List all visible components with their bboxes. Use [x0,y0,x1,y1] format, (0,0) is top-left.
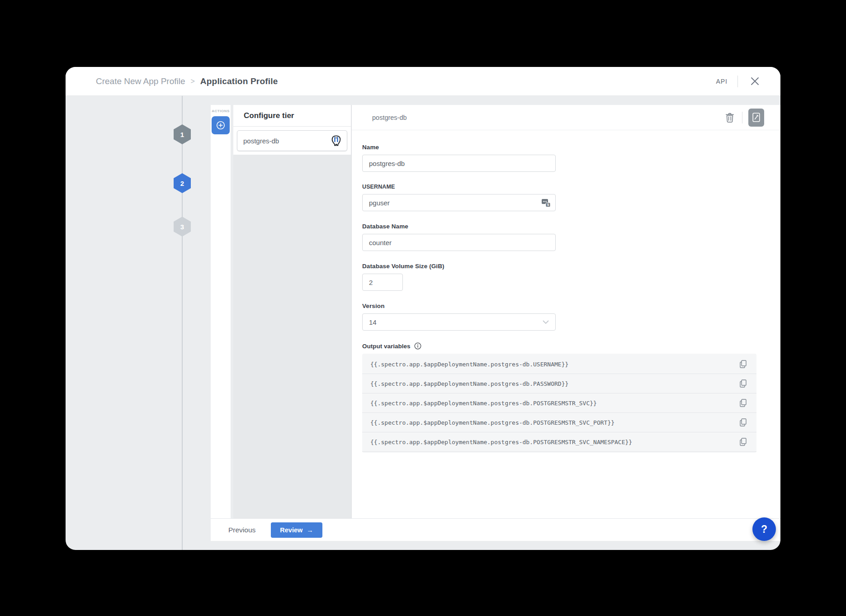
tier-detail-header: postgres-db [352,105,780,130]
add-tier-button[interactable] [212,116,230,134]
variable-text: {{.spectro.app.$appDeploymentName.postgr… [370,400,597,407]
previous-button[interactable]: Previous [228,526,255,534]
open-editor-button[interactable] [748,109,764,127]
volume-size-label: Database Volume Size (GiB) [362,263,780,270]
tier-list-header: Configure tier [233,105,351,127]
insert-macro-icon[interactable]: $ [541,198,551,208]
username-label: USERNAME [362,184,780,190]
output-variables-label: Output variables [362,343,411,350]
output-variables-list: {{.spectro.app.$appDeploymentName.postgr… [362,354,756,453]
copy-icon[interactable] [740,418,747,426]
variable-text: {{.spectro.app.$appDeploymentName.postgr… [370,380,568,387]
header-actions: API [716,75,761,88]
name-input[interactable] [362,155,556,172]
delete-tier-button[interactable] [723,111,736,124]
output-variables-header: Output variables [362,342,780,350]
copy-icon[interactable] [740,379,747,388]
circled-plus-icon [215,120,226,131]
output-variable-row: {{.spectro.app.$appDeploymentName.postgr… [362,374,756,393]
tier-detail-panel: postgres-db [352,105,780,518]
info-icon[interactable] [414,342,421,350]
app-profile-wizard-window: Create New App Profile > Application Pro… [66,67,780,550]
tier-list-panel: Configure tier postgres-db [233,105,351,518]
breadcrumb-parent[interactable]: Create New App Profile [96,76,185,86]
output-variable-row: {{.spectro.app.$appDeploymentName.postgr… [362,432,756,452]
database-name-label: Database Name [362,223,780,230]
breadcrumb-current: Application Profile [200,76,278,86]
version-value: 14 [369,318,377,326]
tier-form: Name USERNAME $ [352,130,780,518]
step-connector-line [182,96,183,550]
tier-card-strip: postgres-db [233,127,351,155]
tier-detail-title: postgres-db [372,114,407,121]
help-button[interactable]: ? [752,517,776,541]
database-name-input[interactable] [362,234,556,251]
trash-icon [725,113,734,123]
step-number-badge[interactable]: 3 [174,217,191,237]
version-select[interactable]: 14 [362,313,556,331]
breadcrumb-separator-icon: > [191,77,195,85]
copy-icon[interactable] [740,360,747,368]
arrow-right-icon: → [307,526,313,534]
output-variable-row: {{.spectro.app.$appDeploymentName.postgr… [362,355,756,374]
variable-text: {{.spectro.app.$appDeploymentName.postgr… [370,361,568,368]
name-field-group: Name [362,144,780,172]
edit-document-icon [752,113,760,122]
main-content: ACTIONS Configure tier postgres-db [211,105,780,541]
actions-column: ACTIONS [211,105,231,518]
version-label: Version [362,303,780,309]
name-label: Name [362,144,780,151]
review-button-label: Review [280,526,302,534]
chevron-down-icon [543,320,549,324]
step-number-badge[interactable]: 2 [174,173,191,193]
close-icon[interactable] [748,75,761,88]
output-variable-row: {{.spectro.app.$appDeploymentName.postgr… [362,393,756,413]
api-button[interactable]: API [716,78,728,85]
header-divider [737,76,738,87]
username-input[interactable] [362,194,556,211]
copy-icon[interactable] [740,399,747,407]
volume-size-input[interactable] [362,274,403,291]
wizard-sidebar: Basic Information profile-thorium 1 Prof… [66,96,211,550]
review-button[interactable]: Review → [271,522,322,538]
actions-label: ACTIONS [211,109,231,113]
icon-divider [742,112,742,123]
tier-list-body [233,155,351,518]
postgresql-logo-icon [330,135,342,147]
variable-text: {{.spectro.app.$appDeploymentName.postgr… [370,419,614,426]
step-number-badge[interactable]: 1 [174,124,191,144]
copy-icon[interactable] [740,438,747,446]
variable-text: {{.spectro.app.$appDeploymentName.postgr… [370,439,632,445]
volume-size-field-group: Database Volume Size (GiB) [362,263,780,291]
breadcrumb: Create New App Profile > Application Pro… [96,76,278,86]
window-header: Create New App Profile > Application Pro… [66,67,780,96]
tier-name: postgres-db [243,137,279,145]
username-field-group: USERNAME $ [362,184,780,211]
database-name-field-group: Database Name [362,223,780,251]
output-variable-row: {{.spectro.app.$appDeploymentName.postgr… [362,413,756,432]
wizard-footer: Previous Review → [211,518,780,541]
tier-card-postgres-db[interactable]: postgres-db [237,130,347,151]
version-field-group: Version 14 [362,303,780,331]
tier-list-title: Configure tier [244,111,294,120]
